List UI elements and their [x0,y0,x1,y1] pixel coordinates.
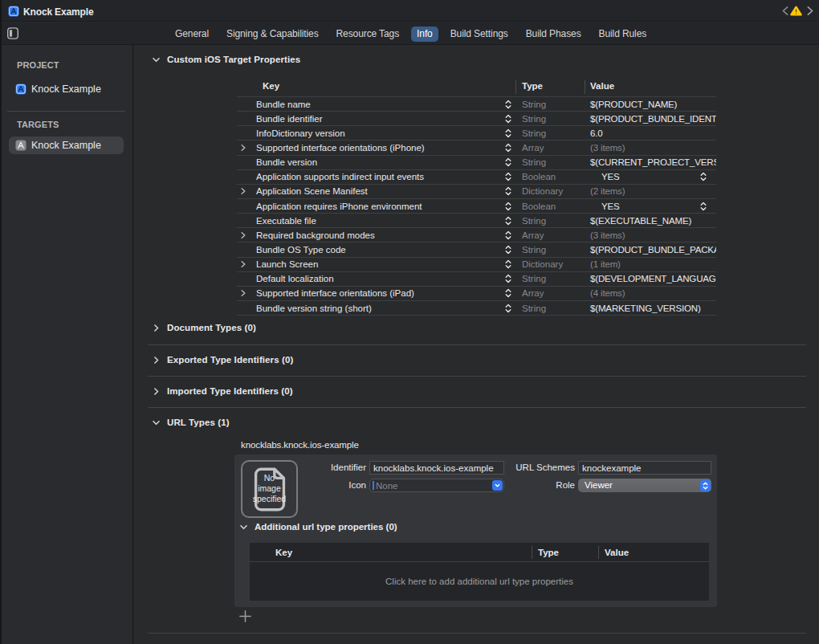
key-stepper-icon[interactable] [505,245,511,255]
property-value: $(PRODUCT_BUNDLE_IDENTIFIER) [590,114,716,124]
key-stepper-icon[interactable] [505,143,511,153]
key-stepper-icon[interactable] [505,100,511,109]
property-row[interactable]: Required background modes Array (3 items… [237,227,716,242]
column-header-key[interactable]: Key [250,546,532,559]
key-cell: Bundle version string (short) [237,301,516,315]
tab-general[interactable]: General [175,28,209,39]
key-stepper-icon[interactable] [505,259,511,269]
column-header-type[interactable]: Type [532,546,599,559]
tab-signing-capabilities[interactable]: Signing & Capabilities [226,28,319,39]
chevron-down-icon [153,419,160,426]
disclosure-chevron-icon[interactable] [240,145,247,151]
value-stepper-icon[interactable] [700,172,707,181]
key-stepper-icon[interactable] [505,274,511,283]
url-schemes-input[interactable]: knockexample [578,461,711,475]
disclosure-chevron-icon[interactable] [240,232,247,238]
column-header-key[interactable]: Key [237,80,516,94]
chevron-right-icon [153,357,160,364]
section-exported-type-identifiers[interactable]: Exported Type Identifiers (0) [153,355,293,365]
combo-dropdown-button[interactable] [492,480,503,491]
tab-build-rules[interactable]: Build Rules [599,28,647,39]
section-url-types[interactable]: URL Types (1) [153,418,230,427]
key-cell: Application Scene Manifest [237,185,516,198]
disclosure-chevron-icon[interactable] [240,261,247,267]
identifier-input[interactable]: knocklabs.knock.ios-example [369,461,504,475]
property-type: Boolean [516,199,585,213]
key-stepper-icon[interactable] [505,157,511,167]
property-row[interactable]: Bundle identifier String $(PRODUCT_BUNDL… [237,111,716,125]
section-imported-type-identifiers[interactable]: Imported Type Identifiers (0) [153,386,293,396]
section-custom-ios-target-properties[interactable]: Custom iOS Target Properties [153,55,300,64]
window-title-bar: Knock Example [0,0,819,22]
property-row[interactable]: Launch Screen Dictionary (1 item) [237,257,716,271]
url-type-image-well[interactable]: No image specified [241,460,298,518]
property-type: String [516,112,585,125]
project-section-header: PROJECT [17,60,59,70]
add-property-placeholder[interactable]: Click here to add additional url type pr… [250,562,709,600]
section-document-types[interactable]: Document Types (0) [153,323,256,332]
property-row[interactable]: Default localization String $(DEVELOPMEN… [237,271,716,286]
property-row[interactable]: Bundle version string (short) String $(M… [237,300,716,315]
property-value: $(PRODUCT_BUNDLE_PACKAGE_TYPE) [590,245,716,255]
property-row[interactable]: Bundle name String $(PRODUCT_NAME) [237,96,716,111]
key-stepper-icon[interactable] [505,216,511,226]
section-title: Document Types (0) [167,323,256,332]
sidebar-item-project[interactable]: Knock Example [9,80,124,98]
disclosure-chevron-icon[interactable] [240,188,247,194]
property-row[interactable]: Application supports indirect input even… [237,169,716,184]
key-stepper-icon[interactable] [505,114,511,124]
column-header-value[interactable]: Value [599,546,709,559]
key-stepper-icon[interactable] [505,304,511,313]
tab-build-settings[interactable]: Build Settings [450,28,508,39]
add-url-type-button[interactable] [239,610,251,622]
content-bottom-divider [148,633,806,634]
key-stepper-icon[interactable] [505,288,511,298]
tab-build-phases[interactable]: Build Phases [526,28,581,39]
navigate-forward-icon[interactable] [807,6,813,15]
property-row[interactable]: Application requires iPhone environment … [237,198,716,213]
role-popup-button[interactable]: Viewer [578,479,711,492]
icon-combo-box[interactable]: None [369,479,504,492]
additional-properties-header[interactable]: Additional url type properties (0) [240,522,397,532]
key-cell: InfoDictionary version [237,126,516,140]
key-stepper-icon[interactable] [505,230,511,240]
key-stepper-icon[interactable] [505,202,511,211]
key-cell: Bundle name [237,97,516,111]
sidebar-item-label: Knock Example [31,140,101,151]
property-value: YES [590,202,716,211]
key-stepper-icon[interactable] [505,172,511,181]
additional-properties-title: Additional url type properties (0) [255,522,397,532]
property-row[interactable]: Application Scene Manifest Dictionary (2… [237,184,716,198]
property-row[interactable]: Executable file String $(EXECUTABLE_NAME… [237,213,716,227]
sidebar-item-target[interactable]: Knock Example [9,137,124,154]
column-header-type[interactable]: Type [516,80,585,94]
key-stepper-icon[interactable] [505,186,511,196]
disclosure-chevron-icon[interactable] [240,290,247,296]
url-schemes-label: URL Schemes [515,463,575,472]
section-divider [148,344,806,345]
property-row[interactable]: Supported interface orientations (iPad) … [237,286,716,300]
value-stepper-icon[interactable] [700,202,707,211]
icon-combo-value: None [376,481,398,491]
tab-resource-tags[interactable]: Resource Tags [336,28,400,39]
property-row[interactable]: Supported interface orientations (iPhone… [237,140,716,154]
property-value: $(EXECUTABLE_NAME) [590,216,716,226]
chevron-down-icon [492,480,503,491]
property-key: Bundle name [256,100,311,109]
additional-table-header: Key Type Value [250,543,709,562]
property-row[interactable]: InfoDictionary version String 6.0 [237,125,716,140]
key-stepper-icon[interactable] [505,128,511,138]
property-row[interactable]: Bundle version String $(CURRENT_PROJECT_… [237,155,716,169]
property-value: (3 items) [590,143,716,153]
navigate-back-icon[interactable] [782,6,788,15]
property-row[interactable]: Bundle OS Type code String $(PRODUCT_BUN… [237,242,716,256]
section-title: Custom iOS Target Properties [167,55,300,64]
value-cell: $(EXECUTABLE_NAME) [585,214,716,227]
warning-triangle-icon[interactable] [790,6,802,16]
sidebar-toggle-icon[interactable] [7,27,18,39]
key-cell: Default localization [237,272,516,286]
key-cell: Supported interface orientations (iPad) [237,287,516,300]
tab-info[interactable]: Info [411,26,438,42]
column-header-value[interactable]: Value [585,80,716,94]
tab-label: General [175,28,209,39]
